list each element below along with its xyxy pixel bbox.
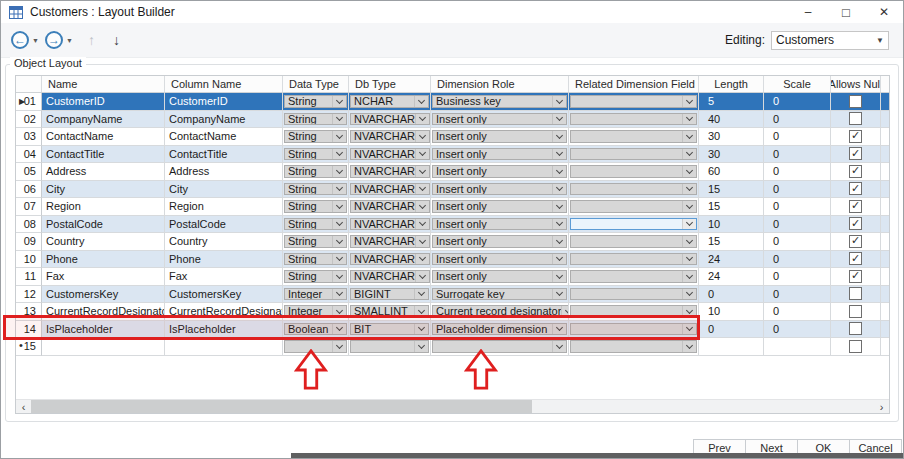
dropdown-arrow-icon[interactable]	[332, 341, 346, 352]
dropdown-arrow-icon[interactable]	[414, 324, 428, 335]
cell-data-type-dropdown[interactable]: String	[283, 128, 349, 146]
cell-length[interactable]: 10	[699, 216, 764, 234]
cell-related-dropdown[interactable]	[569, 321, 699, 339]
allows-null-checkbox[interactable]: ✓	[831, 251, 881, 269]
row-header[interactable]: 09	[16, 233, 42, 251]
dropdown-arrow-icon[interactable]	[332, 254, 346, 265]
cell-data-type-dropdown[interactable]: String	[283, 198, 349, 216]
move-down-button[interactable]: ↓	[113, 32, 120, 48]
allows-null-checkbox[interactable]: ✓	[831, 268, 881, 286]
cell-dimension-role-dropdown[interactable]: Business key	[431, 93, 569, 111]
cell-column-name[interactable]: CurrentRecordDesignator	[165, 303, 283, 321]
allows-null-checkbox[interactable]: ✓	[831, 163, 881, 181]
cell-db-type-dropdown[interactable]: NVARCHAR	[349, 216, 431, 234]
dropdown-arrow-icon[interactable]	[552, 149, 566, 160]
cell-column-name[interactable]	[165, 338, 283, 356]
dropdown-arrow-icon[interactable]	[415, 114, 429, 125]
cell-related-dropdown[interactable]	[569, 216, 699, 234]
cell-column-name[interactable]: Fax	[165, 268, 283, 286]
cell-column-name[interactable]: City	[165, 181, 283, 199]
dropdown-arrow-icon[interactable]	[682, 271, 696, 282]
dropdown-arrow-icon[interactable]	[332, 184, 346, 195]
dropdown-arrow-icon[interactable]	[552, 289, 566, 300]
row-header[interactable]: 04	[16, 146, 42, 164]
dropdown-arrow-icon[interactable]	[332, 131, 346, 142]
column-header-num[interactable]	[16, 76, 42, 92]
cell-column-name[interactable]: Region	[165, 198, 283, 216]
cell-scale[interactable]: 0	[764, 321, 831, 339]
cell-db-type-dropdown[interactable]: BIT	[349, 321, 431, 339]
horizontal-scrollbar[interactable]: ‹ ›	[16, 399, 889, 413]
checkbox-unchecked[interactable]: ✓	[849, 287, 862, 300]
cell-dimension-role-dropdown[interactable]: Insert only	[431, 198, 569, 216]
cell-scale[interactable]: 0	[764, 268, 831, 286]
scroll-left-icon[interactable]: ‹	[16, 400, 31, 413]
checkbox-unchecked[interactable]: ✓	[849, 112, 862, 125]
dropdown-arrow-icon[interactable]	[415, 166, 429, 177]
cell-length[interactable]: 15	[699, 198, 764, 216]
dropdown-arrow-icon[interactable]	[552, 131, 566, 142]
cell-data-type-dropdown[interactable]: String	[283, 216, 349, 234]
cell-db-type-dropdown[interactable]: NVARCHAR	[349, 181, 431, 199]
cell-related-dropdown[interactable]	[569, 251, 699, 269]
checkbox-checked[interactable]: ✓	[849, 235, 862, 248]
cell-length[interactable]: 24	[699, 251, 764, 269]
cell-scale[interactable]: 0	[764, 303, 831, 321]
checkbox-checked[interactable]: ✓	[849, 182, 862, 195]
checkbox-checked[interactable]: ✓	[849, 147, 862, 160]
checkbox-checked[interactable]: ✓	[849, 217, 862, 230]
allows-null-checkbox[interactable]: ✓	[831, 286, 881, 304]
cell-length[interactable]: 30	[699, 146, 764, 164]
dropdown-arrow-icon[interactable]	[561, 306, 569, 317]
allows-null-checkbox[interactable]: ✓	[831, 128, 881, 146]
checkbox-checked[interactable]: ✓	[849, 130, 862, 143]
dropdown-arrow-icon[interactable]	[552, 254, 566, 265]
row-header[interactable]: •15	[16, 338, 42, 356]
cell-data-type-dropdown[interactable]: String	[283, 93, 349, 111]
dropdown-arrow-icon[interactable]	[682, 324, 696, 335]
cell-data-type-dropdown[interactable]: Integer	[283, 286, 349, 304]
cell-length[interactable]: 15	[699, 233, 764, 251]
dropdown-arrow-icon[interactable]	[415, 149, 429, 160]
cell-scale[interactable]: 0	[764, 128, 831, 146]
cell-db-type-dropdown[interactable]: NVARCHAR	[349, 111, 431, 129]
dropdown-arrow-icon[interactable]	[332, 324, 346, 335]
dropdown-arrow-icon[interactable]	[552, 184, 566, 195]
dropdown-arrow-icon[interactable]	[682, 201, 696, 212]
dropdown-arrow-icon[interactable]	[332, 114, 346, 125]
allows-null-checkbox[interactable]: ✓	[831, 233, 881, 251]
cell-db-type-dropdown[interactable]: NCHAR	[349, 93, 431, 111]
cell-column-name[interactable]: Phone	[165, 251, 283, 269]
cell-column-name[interactable]: CustomersKey	[165, 286, 283, 304]
dropdown-arrow-icon[interactable]	[414, 289, 428, 300]
cell-length[interactable]	[699, 338, 764, 356]
cell-data-type-dropdown[interactable]: String	[283, 111, 349, 129]
back-button[interactable]: ←	[11, 31, 29, 49]
cell-scale[interactable]: 0	[764, 146, 831, 164]
cell-name[interactable]: CompanyName	[42, 111, 165, 129]
allows-null-checkbox[interactable]: ✓	[831, 146, 881, 164]
dropdown-arrow-icon[interactable]	[332, 149, 346, 160]
cell-column-name[interactable]: Country	[165, 233, 283, 251]
allows-null-checkbox[interactable]: ✓	[831, 338, 881, 356]
row-header[interactable]: 14	[16, 321, 42, 339]
cell-name[interactable]: ContactTitle	[42, 146, 165, 164]
cell-name[interactable]: CustomersKey	[42, 286, 165, 304]
minimize-button[interactable]: –	[789, 1, 827, 23]
column-header-dimension-role[interactable]: Dimension Role	[431, 76, 569, 92]
cell-db-type-dropdown[interactable]: NVARCHAR	[349, 128, 431, 146]
cell-name[interactable]: Fax	[42, 268, 165, 286]
forward-dropdown-caret-icon[interactable]: ▼	[66, 37, 73, 44]
checkbox-unchecked[interactable]: ✓	[849, 95, 862, 108]
cell-column-name[interactable]: Address	[165, 163, 283, 181]
cell-related-dropdown[interactable]	[569, 146, 699, 164]
column-header-db-type[interactable]: Db Type	[349, 76, 431, 92]
cell-dimension-role-dropdown[interactable]: Insert only	[431, 111, 569, 129]
checkbox-unchecked[interactable]: ✓	[849, 340, 862, 353]
cell-data-type-dropdown[interactable]: String	[283, 233, 349, 251]
cell-db-type-dropdown[interactable]: SMALLINT	[349, 303, 431, 321]
dropdown-arrow-icon[interactable]	[332, 96, 346, 107]
cell-dimension-role-dropdown[interactable]	[431, 338, 569, 356]
scrollbar-track[interactable]	[31, 400, 874, 413]
cell-dimension-role-dropdown[interactable]: Insert only	[431, 181, 569, 199]
